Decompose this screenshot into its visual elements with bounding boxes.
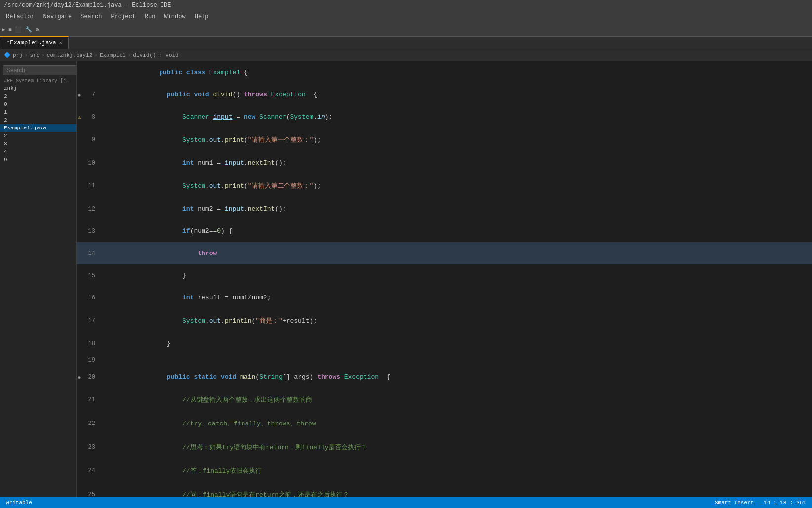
line-num: 16 [77, 287, 101, 309]
sidebar-item-znkj[interactable]: znkj [0, 85, 76, 92]
line-num: 19 [77, 355, 101, 366]
breadcrumb-sep1: › [25, 52, 28, 58]
sidebar-item-9[interactable]: 9 [0, 156, 76, 164]
line-num: 21 [77, 388, 101, 412]
table-row: 10 int num1 = input.nextInt(); [77, 152, 812, 174]
sidebar-item-3[interactable]: 3 [0, 140, 76, 148]
sidebar-item-2b[interactable]: 2 [0, 116, 76, 124]
breadcrumb-package[interactable]: com.znkj.day12 [47, 52, 92, 58]
table-row: 17 System.out.println("商是："+result); [77, 309, 812, 333]
search-input[interactable] [3, 65, 77, 75]
line-num [77, 61, 101, 84]
menu-help[interactable]: Help [191, 12, 213, 21]
code-cell: //问：finally语句是在return之前，还是在之后执行？ [101, 483, 812, 497]
sidebar: JRE System Library [jre1.8.0_101] znkj 2… [0, 61, 77, 497]
line-num: ◉ 20 [77, 366, 101, 388]
breadcrumb-prj[interactable]: prj [13, 52, 23, 58]
editor-area: public class Example1 { ◉ 7 public void … [77, 61, 812, 497]
status-insert-mode: Smart Insert [715, 500, 754, 506]
line-num: 15 [77, 264, 101, 287]
table-row: 9 System.out.print("请输入第一个整数："); [77, 128, 812, 152]
table-row: 18 } [77, 333, 812, 355]
code-cell: int num1 = input.nextInt(); [101, 152, 812, 174]
line-num: 23 [77, 435, 101, 459]
code-cell: public class Example1 { [101, 61, 812, 84]
jre-label: JRE System Library [jre1.8.0_101] [4, 78, 76, 84]
code-cell: //从键盘输入两个整数，求出这两个整数的商 [101, 388, 812, 412]
breadcrumb-sep3: › [94, 52, 98, 58]
line-num: 12 [77, 198, 101, 220]
table-row: 25 //问：finally语句是在return之前，还是在之后执行？ [77, 483, 812, 497]
sidebar-item-2a[interactable]: 2 [0, 92, 76, 100]
sidebar-item-example1[interactable]: Example1.java [0, 124, 76, 132]
line-num: 18 [77, 333, 101, 355]
line-num: ◉ 7 [77, 84, 101, 106]
table-row: 12 int num2 = input.nextInt(); [77, 198, 812, 220]
close-icon[interactable]: ✕ [59, 40, 62, 46]
menu-navigate[interactable]: Navigate [40, 12, 76, 21]
table-row: 21 //从键盘输入两个整数，求出这两个整数的商 [77, 388, 812, 412]
table-row: 15 } [77, 264, 812, 287]
line-num: 10 [77, 152, 101, 174]
line-num: 14 [77, 242, 101, 264]
toolbar-icons: ▶ ◼ ⬛ 🔧 ⚙ [2, 26, 39, 33]
menu-bar: Refactor Navigate Search Project Run Win… [0, 11, 812, 23]
tab-bar: *Example1.java ✕ [0, 37, 812, 49]
code-cell: Scanner input = new Scanner(System.in); [101, 106, 812, 128]
breadcrumb-sep2: › [41, 52, 45, 58]
line-num: 13 [77, 220, 101, 242]
sidebar-item-4[interactable]: 4 [0, 148, 76, 156]
sidebar-search-area [0, 63, 76, 77]
table-row: ⚠ 8 Scanner input = new Scanner(System.i… [77, 106, 812, 128]
line-num: 9 [77, 128, 101, 152]
sidebar-item-0[interactable]: 0 [0, 100, 76, 108]
sidebar-item-1[interactable]: 1 [0, 108, 76, 116]
code-cell: //答：finally依旧会执行 [101, 459, 812, 483]
table-row: ◉ 20 public static void main(String[] ar… [77, 366, 812, 388]
table-row: 16 int result = num1/num2; [77, 287, 812, 309]
code-cell: if(num2==0) { [101, 220, 812, 242]
status-left: Writable [6, 500, 32, 506]
breadcrumb-src[interactable]: src [30, 52, 40, 58]
table-row: 24 //答：finally依旧会执行 [77, 459, 812, 483]
status-position: 14 : 18 : 361 [764, 500, 806, 506]
title-bar: /src/com/znkj/day12/Example1.java - Ecli… [0, 0, 812, 11]
code-editor[interactable]: public class Example1 { ◉ 7 public void … [77, 61, 812, 497]
line-num: 24 [77, 459, 101, 483]
menu-refactor[interactable]: Refactor [2, 12, 39, 21]
status-right: Smart Insert 14 : 18 : 361 [715, 500, 806, 506]
code-cell: } [101, 333, 812, 355]
toolbar: ▶ ◼ ⬛ 🔧 ⚙ [0, 23, 812, 37]
breadcrumb-method[interactable]: divid() : void [133, 52, 178, 58]
menu-window[interactable]: Window [160, 12, 189, 21]
line-annotation: ◉ [78, 374, 80, 380]
znkj-label: znkj [4, 85, 17, 91]
code-cell: } [101, 264, 812, 287]
menu-run[interactable]: Run [141, 12, 160, 21]
breadcrumb-icon: 🔷 [4, 52, 11, 58]
breadcrumb-sep4: › [128, 52, 131, 58]
table-row: public class Example1 { [77, 61, 812, 84]
code-cell: int num2 = input.nextInt(); [101, 198, 812, 220]
code-cell: System.out.print("请输入第一个整数："); [101, 128, 812, 152]
tab-example1[interactable]: *Example1.java ✕ [0, 36, 69, 49]
line-annotation: ◉ [78, 92, 80, 97]
code-cell: public void divid() throws Exception { [101, 84, 812, 106]
menu-project[interactable]: Project [107, 12, 139, 21]
code-cell: //思考：如果try语句块中有return，则finally是否会执行？ [101, 435, 812, 459]
main-area: JRE System Library [jre1.8.0_101] znkj 2… [0, 61, 812, 497]
title-text: /src/com/znkj/day12/Example1.java - Ecli… [4, 2, 171, 9]
table-row: 19 [77, 355, 812, 366]
tab-label: *Example1.java [6, 40, 56, 46]
breadcrumb-class[interactable]: Example1 [100, 52, 126, 58]
code-cell: throw [101, 242, 812, 264]
menu-search[interactable]: Search [77, 12, 106, 21]
sidebar-item-jre[interactable]: JRE System Library [jre1.8.0_101] [0, 77, 76, 85]
table-row: 11 System.out.print("请输入第二个整数："); [77, 174, 812, 198]
code-cell: int result = num1/num2; [101, 287, 812, 309]
sidebar-item-2c[interactable]: 2 [0, 132, 76, 140]
code-cell: System.out.print("请输入第二个整数："); [101, 174, 812, 198]
table-row: 14 throw [77, 242, 812, 264]
line-num: 25 [77, 483, 101, 497]
status-writable: Writable [6, 500, 32, 506]
